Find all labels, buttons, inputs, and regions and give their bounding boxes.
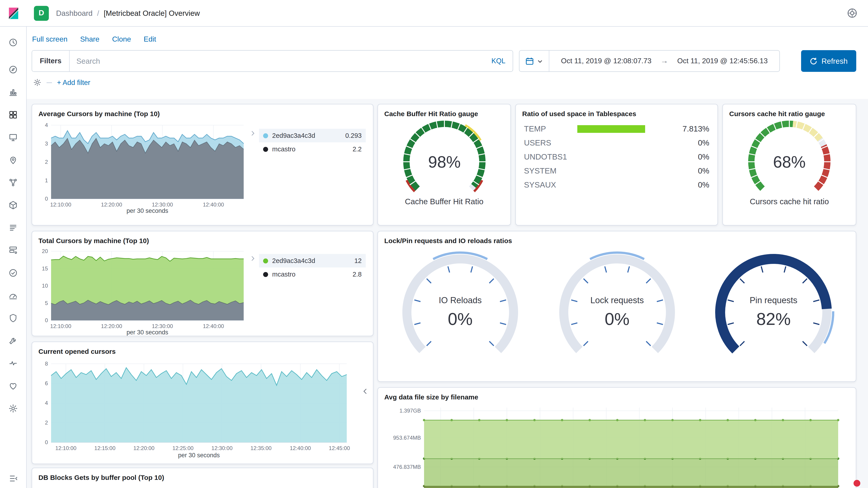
avg-file-size-chart[interactable]: 1.397GB953.674MB476.837MB0B <box>381 404 846 488</box>
sidebar-item-visualize[interactable] <box>0 81 26 103</box>
sidebar-item-management[interactable] <box>0 397 26 420</box>
date-picker-quick-menu[interactable] <box>520 51 549 71</box>
tablespace-name: SYSAUX <box>524 180 577 190</box>
sidebar-item-monitoring[interactable] <box>0 352 26 375</box>
svg-text:per 30 seconds: per 30 seconds <box>178 452 220 459</box>
panel-cursors-cache-gauge[interactable]: Cursors cache hit ratio gauge 68% Cursor… <box>722 104 856 225</box>
panel-db-blocks[interactable]: DB Blocks Gets by buffer pool (Top 10) <box>32 468 373 488</box>
kql-selector[interactable]: KQL <box>484 51 513 71</box>
panel-average-cursors[interactable]: Average Cursors by machine (Top 10) 0123… <box>32 104 373 225</box>
series-dot <box>263 133 268 138</box>
sidebar-item-recently-viewed[interactable] <box>0 31 26 54</box>
svg-text:12:40:00: 12:40:00 <box>203 323 224 329</box>
panel-cache-buffer-gauge[interactable]: Cache Buffer Hit Ratio gauge 98% Cache B… <box>377 104 511 225</box>
help-icon[interactable] <box>846 7 868 19</box>
svg-text:0%: 0% <box>604 309 629 328</box>
total-cursors-chart[interactable]: 0510152012:10:0012:20:0012:30:0012:40:00… <box>36 249 248 336</box>
average-cursors-chart[interactable]: 0123412:10:0012:20:0012:30:0012:40:00per… <box>36 123 248 217</box>
share-button[interactable]: Share <box>80 35 99 43</box>
clone-button[interactable]: Clone <box>112 35 131 43</box>
maps-icon <box>8 155 18 165</box>
io-reloads-gauge[interactable]: IO Reloads0% <box>397 249 524 377</box>
chart-legend: 2ed9ac3a4c3d12mcastro2.8 <box>259 254 366 281</box>
panel-title: Lock/Pin requests and IO reloads ratios <box>378 231 856 245</box>
legend-expand-icon[interactable] <box>249 130 256 139</box>
tablespace-value: 0% <box>670 166 709 176</box>
sidebar-item-infrastructure[interactable] <box>0 194 26 217</box>
kibana-app: D Dashboard / [Metricbeat Oracle] Overvi… <box>0 0 868 488</box>
canvas-icon <box>8 132 18 142</box>
lock-requests-gauge[interactable]: Lock requests0% <box>554 249 680 377</box>
series-dot <box>263 258 268 263</box>
panel-total-cursors[interactable]: Total Cursors by machine (Top 10) 051015… <box>32 231 373 336</box>
svg-text:12:20:00: 12:20:00 <box>101 201 122 207</box>
refresh-button[interactable]: Refresh <box>801 50 856 72</box>
svg-text:12:20:00: 12:20:00 <box>133 445 154 451</box>
svg-text:0: 0 <box>45 317 48 323</box>
legend-expand-icon[interactable] <box>249 255 256 264</box>
full-screen-button[interactable]: Full screen <box>32 35 68 43</box>
add-filter-row: + Add filter <box>33 78 868 87</box>
svg-text:68%: 68% <box>773 153 806 171</box>
chevron-down-icon <box>537 58 543 64</box>
add-filter-button[interactable]: + Add filter <box>57 78 90 87</box>
panel-avg-file-size[interactable]: Avg data file size by filename 1.397GB95… <box>377 387 856 488</box>
tablespace-row: TEMP7.813% <box>524 122 709 136</box>
opened-cursors-chart[interactable]: 0246812:10:0012:15:0012:20:0012:25:0012:… <box>36 361 352 461</box>
collapse-menu-icon[interactable] <box>0 474 27 484</box>
tablespace-value: 7.813% <box>670 124 709 134</box>
series-value: 0.293 <box>345 132 362 139</box>
svg-text:12:30:00: 12:30:00 <box>211 445 232 451</box>
filters-button[interactable]: Filters <box>32 51 70 71</box>
svg-text:12:45:00: 12:45:00 <box>329 445 350 451</box>
dashboard-icon <box>8 110 18 120</box>
svg-text:4: 4 <box>45 123 48 128</box>
space-badge[interactable]: D <box>34 6 49 21</box>
heartbeat-icon <box>8 381 18 391</box>
breadcrumb-dashboard[interactable]: Dashboard <box>56 9 92 18</box>
legend-item[interactable]: 2ed9ac3a4c3d0.293 <box>259 129 366 142</box>
tablespaces-table: TEMP7.813%USERS0%UNDOTBS10%SYSTEM0%SYSAU… <box>516 118 717 192</box>
date-end[interactable]: Oct 11, 2019 @ 12:45:56.13 <box>677 57 768 65</box>
sidebar-item-uptime[interactable] <box>0 262 26 284</box>
legend-item[interactable]: 2ed9ac3a4c3d12 <box>259 254 366 267</box>
sidebar-item-canvas[interactable] <box>0 126 26 149</box>
sidebar-item-maps[interactable] <box>0 149 26 171</box>
machine-learning-icon <box>8 177 18 188</box>
panel-tablespaces[interactable]: Ratio of used space in Tablespaces TEMP7… <box>515 104 718 225</box>
sidebar-item-apm[interactable] <box>0 239 26 262</box>
svg-text:10: 10 <box>42 283 48 289</box>
legend-item[interactable]: mcastro2.2 <box>259 142 366 156</box>
date-start[interactable]: Oct 11, 2019 @ 12:08:07.73 <box>561 57 651 65</box>
cursors-cache-gauge[interactable]: 68% <box>744 117 835 209</box>
legend-item[interactable]: mcastro2.8 <box>259 267 366 281</box>
edit-button[interactable]: Edit <box>144 35 156 43</box>
top-header: D Dashboard / [Metricbeat Oracle] Overvi… <box>0 0 868 27</box>
sidebar-item-siem[interactable] <box>0 307 26 329</box>
infrastructure-icon <box>8 200 18 210</box>
sidebar-item-dashboard[interactable] <box>0 103 26 126</box>
refresh-icon <box>810 57 817 65</box>
sidebar-item-logs[interactable] <box>0 217 26 239</box>
panel-lock-pin-ratios[interactable]: Lock/Pin requests and IO reloads ratios … <box>377 231 856 382</box>
sidebar-item-dev-tools[interactable] <box>0 329 26 352</box>
apm-icon <box>8 246 18 255</box>
sidebar-item-heartbeat[interactable] <box>0 375 26 397</box>
date-range: Oct 11, 2019 @ 12:08:07.73 → Oct 11, 201… <box>549 57 779 66</box>
legend-collapse-icon[interactable] <box>361 387 369 397</box>
sidebar-item-metrics[interactable] <box>0 284 26 307</box>
sidebar-item-machine-learning[interactable] <box>0 171 26 194</box>
kibana-logo[interactable] <box>0 0 27 26</box>
pin-requests-gauge[interactable]: Pin requests82% <box>710 249 837 377</box>
filter-bar: Filters KQL Oct 11, 2019 @ 12:08:0 <box>32 50 856 72</box>
cache-buffer-gauge[interactable]: 98% <box>399 117 489 209</box>
svg-text:12:10:00: 12:10:00 <box>50 201 71 207</box>
tablespace-name: SYSTEM <box>524 166 577 176</box>
search-input[interactable] <box>70 51 484 71</box>
sidebar-item-discover[interactable] <box>0 58 26 81</box>
panel-opened-cursors[interactable]: Current opened cursors 0246812:10:0012:1… <box>32 341 373 464</box>
series-value: 12 <box>354 257 362 264</box>
filter-settings-icon[interactable] <box>33 78 41 87</box>
recently-viewed-icon <box>8 37 18 47</box>
dashboard-toolbar: Full screen Share Clone Edit <box>27 27 868 43</box>
